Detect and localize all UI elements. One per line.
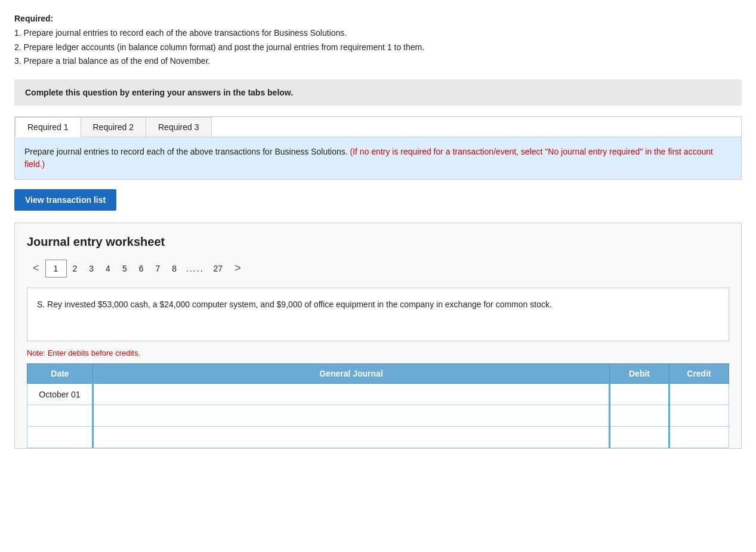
page-7[interactable]: 7: [150, 260, 166, 277]
col-header-general-journal: General Journal: [93, 364, 610, 384]
debit-input-3[interactable]: [610, 427, 669, 448]
entry-input-3[interactable]: [93, 427, 610, 448]
table-row: [27, 405, 729, 427]
page-6[interactable]: 6: [133, 260, 150, 277]
entry-field-3[interactable]: [100, 433, 603, 442]
required-heading: Required:: [14, 14, 53, 23]
tab-required-2[interactable]: Required 2: [81, 117, 147, 137]
prev-page-button[interactable]: <: [27, 258, 45, 278]
col-header-debit: Debit: [610, 364, 669, 384]
required-section: Required: 1. Prepare journal entries to …: [14, 12, 742, 69]
tabs-header: Required 1 Required 2 Required 3: [15, 117, 741, 137]
view-transaction-list-button[interactable]: View transaction list: [14, 189, 116, 211]
worksheet-box: Journal entry worksheet < 1 2 3 4 5 6 7 …: [14, 223, 742, 449]
page-4[interactable]: 4: [100, 260, 116, 277]
instruction-text: Complete this question by entering your …: [25, 88, 293, 97]
debit-input-1[interactable]: [610, 384, 669, 405]
page-1[interactable]: 1: [45, 260, 67, 277]
table-row: October 01: [27, 384, 729, 405]
date-cell-1: October 01: [27, 384, 93, 405]
credit-input-3[interactable]: [669, 427, 729, 448]
instruction-box: Complete this question by entering your …: [14, 79, 742, 106]
date-cell-2: [27, 405, 93, 427]
debit-input-2[interactable]: [610, 405, 669, 427]
worksheet-title: Journal entry worksheet: [27, 235, 729, 249]
table-row: [27, 427, 729, 448]
entry-field-2[interactable]: [100, 411, 603, 421]
debit-field-1[interactable]: [616, 390, 662, 399]
page-5[interactable]: 5: [116, 260, 133, 277]
col-header-date: Date: [27, 364, 93, 384]
journal-table: Date General Journal Debit Credit Octobe…: [27, 363, 729, 448]
pagination: < 1 2 3 4 5 6 7 8 ..... 27 >: [27, 258, 729, 278]
tab-main-text: Prepare journal entries to record each o…: [24, 147, 348, 156]
transaction-description: S. Rey invested $53,000 cash, a $24,000 …: [27, 288, 729, 341]
tab-content-required-1: Prepare journal entries to record each o…: [15, 137, 741, 179]
next-page-button[interactable]: >: [229, 258, 247, 278]
entry-input-1[interactable]: [93, 384, 610, 405]
page-3[interactable]: 3: [83, 260, 100, 277]
page-2[interactable]: 2: [67, 260, 84, 277]
tab-required-1[interactable]: Required 1: [15, 117, 81, 137]
debit-field-3[interactable]: [616, 433, 662, 442]
credit-field-3[interactable]: [676, 433, 723, 442]
required-item-3: 3. Prepare a trial balance as of the end…: [14, 56, 210, 66]
debit-credit-note: Note: Enter debits before credits.: [27, 349, 729, 357]
date-cell-3: [27, 427, 93, 448]
page-8[interactable]: 8: [166, 260, 183, 277]
col-header-credit: Credit: [669, 364, 729, 384]
debit-field-2[interactable]: [616, 411, 662, 421]
entry-input-2[interactable]: [93, 405, 610, 427]
entry-field-1[interactable]: [100, 390, 603, 399]
tabs-wrapper: Required 1 Required 2 Required 3 Prepare…: [14, 116, 742, 180]
credit-field-2[interactable]: [676, 411, 723, 421]
required-item-2: 2. Prepare ledger accounts (in balance c…: [14, 42, 424, 52]
required-item-1: 1. Prepare journal entries to record eac…: [14, 28, 347, 38]
page-27[interactable]: 27: [208, 260, 229, 277]
tab-required-3[interactable]: Required 3: [146, 117, 212, 137]
credit-field-1[interactable]: [676, 390, 723, 399]
credit-input-2[interactable]: [669, 405, 729, 427]
page-dots: .....: [183, 260, 207, 277]
credit-input-1[interactable]: [669, 384, 729, 405]
